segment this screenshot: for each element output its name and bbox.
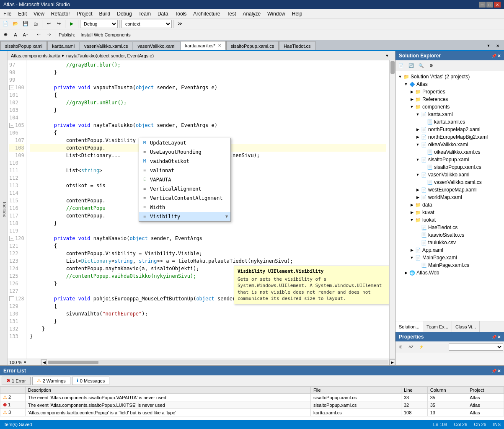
start-btn[interactable]: ▶ [67, 19, 76, 28]
arrow-solution[interactable]: ▼ [397, 75, 403, 79]
tab-kartta-cs-active[interactable]: kartta.xaml.cs* ✕ [181, 41, 226, 50]
ac-item-verticalalignment[interactable]: ≡ VerticalAlignment [139, 184, 230, 194]
close-button[interactable]: ✕ [494, 2, 501, 8]
arrow-properties[interactable]: ▶ [409, 90, 415, 94]
tree-item-properties[interactable]: ▶ 📁 Properties [395, 88, 504, 96]
menu-help[interactable]: Help [289, 9, 306, 18]
scroll-thumb[interactable] [390, 61, 395, 74]
tree-item-mainpage-cs[interactable]: 📃 MainPage.xaml.cs [395, 261, 504, 269]
redo-btn[interactable]: ↪ [54, 19, 63, 28]
tree-item-solution[interactable]: ▼ 📁 Solution 'Atlas' (2 projects) [395, 73, 504, 80]
panel-tab-classvi[interactable]: Class Vi... [452, 321, 480, 332]
tab-close-all-btn[interactable]: ✕ [493, 41, 502, 50]
prop-close-icon[interactable]: ✕ [497, 335, 501, 339]
arrow-west[interactable]: ▶ [415, 188, 421, 192]
ac-item-width[interactable]: ≡ Width [139, 203, 230, 212]
arrow-components[interactable]: ▼ [409, 105, 415, 109]
tb2-btn5[interactable]: ⇒ [44, 30, 53, 39]
tree-item-northeurope2[interactable]: ▶ 📄 northEuropeMap2.xaml [395, 126, 504, 133]
menu-test[interactable]: Test [223, 9, 239, 18]
panel-tab-teamex[interactable]: Team Ex... [423, 321, 452, 332]
tree-item-mainpage[interactable]: ▼ 📄 MainPage.xaml [395, 254, 504, 261]
menu-debug[interactable]: Debug [114, 9, 135, 18]
menu-window[interactable]: Window [264, 9, 289, 18]
tb2-btn1[interactable]: ⊕ [1, 30, 10, 39]
collapse-btn-128[interactable]: − [9, 296, 14, 301]
tree-item-west[interactable]: ▶ 📄 westEuropeMap.xaml [395, 186, 504, 194]
error-row-2[interactable]: ⊗ 1 The event 'Atlas.components.sisaltoP… [0, 401, 504, 409]
se-btn4[interactable]: ⚙ [426, 61, 436, 70]
prop-object-select[interactable] [449, 343, 503, 351]
arrow-sisalto[interactable]: ▼ [415, 158, 421, 162]
context-dropdown[interactable]: context [121, 20, 172, 28]
zoom-arrow[interactable]: ▼ [23, 360, 27, 364]
tree-item-world[interactable]: ▶ 📄 worldMap.xaml [395, 194, 504, 201]
vertical-scrollbar[interactable] [389, 60, 395, 359]
arrow-vasen[interactable]: ▼ [415, 173, 421, 177]
ac-item-valinnat[interactable]: ≡ valinnat [139, 166, 230, 175]
panel-tab-solution[interactable]: Solution... [395, 321, 423, 332]
ac-item-vapauta[interactable]: E VAPAUTA [139, 175, 230, 184]
ac-item-uselayoutrounding[interactable]: ≡ UseLayoutRounding [139, 147, 230, 157]
tree-item-app[interactable]: ▶ 📄 App.xaml [395, 246, 504, 254]
tree-item-taulukko[interactable]: 📄 taulukko.csv [395, 239, 504, 246]
tab-sisaltopopup-xaml[interactable]: sisaltoPopup.xaml [0, 41, 47, 50]
el-close-icon[interactable]: ✕ [497, 369, 501, 373]
install-web-btn[interactable]: Install Web Components [78, 30, 134, 39]
tb2-btn4[interactable]: ⇐ [34, 30, 43, 39]
menu-architecture[interactable]: Architecture [190, 9, 223, 18]
maximize-button[interactable]: □ [486, 2, 493, 8]
se-btn3[interactable]: 🔍 [416, 61, 426, 70]
se-btn2[interactable]: 🔄 [406, 61, 416, 70]
tree-item-luokat[interactable]: ▼ 📁 luokat [395, 216, 504, 224]
hscroll-track[interactable] [48, 360, 388, 364]
tree-item-kartta-cs[interactable]: 📃 kartta.xaml.cs [395, 118, 504, 126]
tree-item-atlas[interactable]: ▼ 🔷 Atlas [395, 80, 504, 88]
arrow-data[interactable]: ▶ [409, 203, 415, 207]
prop-pin-icon[interactable]: 📌 [491, 335, 496, 339]
arrow-oikea[interactable]: ▼ [415, 142, 421, 147]
el-tab-messages[interactable]: ℹ 0 Messages [72, 377, 109, 385]
tree-item-atlasweb[interactable]: ▶ 🌐 Atlas.Web [395, 269, 504, 277]
ac-item-updatelayout[interactable]: M UpdateLayout [139, 138, 230, 147]
tree-item-kaavio[interactable]: 📃 kaavioSisalto.cs [395, 231, 504, 239]
menu-edit[interactable]: Edit [15, 9, 30, 18]
tree-item-sisalto-cs[interactable]: 📃 sisaltoPopup.xaml.cs [395, 163, 504, 171]
tab-vasenvalikko-xaml[interactable]: vasenValikko.xaml [133, 41, 180, 50]
tree-item-vasen-cs[interactable]: 📃 vasenValikko.xaml.cs [395, 178, 504, 186]
save-all-btn[interactable]: 🗂 [31, 19, 40, 28]
arrow-kartta[interactable]: ▼ [415, 112, 421, 116]
ac-item-visibility[interactable]: ≡ Visibility ▼ [139, 212, 230, 221]
tab-dropdown-btn[interactable]: ▼ [484, 41, 493, 50]
arrow-atlas[interactable]: ▼ [403, 82, 409, 86]
se-close-icon[interactable]: ✕ [497, 54, 501, 58]
debug-config-dropdown[interactable]: Debug Release [80, 20, 118, 28]
tree-item-oikea-cs[interactable]: 📃 oikeaValikko.xaml.cs [395, 148, 504, 156]
menu-view[interactable]: View [30, 9, 48, 18]
tree-item-northeuropebig[interactable]: ▶ 📄 northEuropeMapBig2.xaml [395, 133, 504, 141]
scroll-right-btn[interactable]: ▼ [383, 51, 392, 60]
undo-btn[interactable]: ↩ [44, 19, 53, 28]
se-btn1[interactable]: 📄 [396, 61, 406, 70]
el-pin-icon[interactable]: 📌 [491, 369, 496, 373]
menu-file[interactable]: File [0, 9, 15, 18]
toolbox-panel[interactable]: Toolbox [0, 51, 8, 365]
menu-build[interactable]: Build [96, 9, 114, 18]
tree-item-vasen[interactable]: ▼ 📄 vasenValikko.xaml [395, 171, 504, 178]
arrow-luokat[interactable]: ▼ [409, 218, 415, 222]
arrow-kuvat[interactable]: ▶ [409, 210, 415, 214]
save-btn[interactable]: 💾 [21, 19, 30, 28]
menu-data[interactable]: Data [154, 9, 171, 18]
tab-kartta-xaml[interactable]: kartta.xaml [47, 41, 79, 50]
arrow-world[interactable]: ▶ [415, 195, 421, 199]
menu-project[interactable]: Project [73, 9, 96, 18]
tree-item-kuvat[interactable]: ▶ 📁 kuvat [395, 209, 504, 216]
hscroll-thumb[interactable] [48, 361, 98, 364]
se-pin-icon[interactable]: 📌 [491, 54, 496, 58]
tb2-btn3[interactable]: A↑ [21, 30, 30, 39]
arrow-references[interactable]: ▶ [409, 97, 415, 101]
ac-item-vaihda[interactable]: M vaihdaOtsikot [139, 157, 230, 166]
error-row-3[interactable]: ⚠ 3 'Atlas.components.kartta.contentPopu… [0, 409, 504, 416]
more-btn[interactable]: ≫ [176, 19, 185, 28]
tree-item-data[interactable]: ▶ 📁 data [395, 201, 504, 209]
